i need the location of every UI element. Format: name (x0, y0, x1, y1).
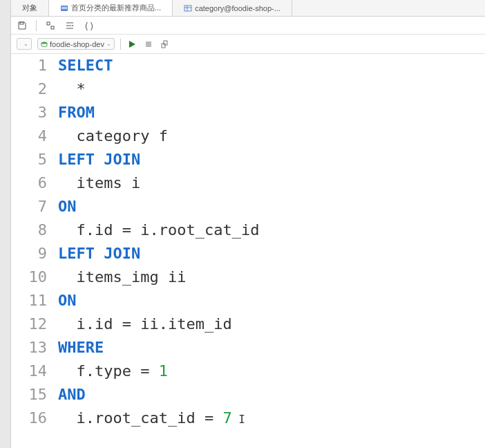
code-line[interactable]: LEFT JOIN (58, 242, 485, 265)
tab-objects[interactable]: 对象 (11, 0, 49, 16)
tab-label: 首页分类的最新推荐商品... (71, 3, 161, 13)
chevron-down-icon: ⌄ (23, 41, 28, 47)
line-number: 5 (11, 148, 47, 171)
connection-selector[interactable]: ⌄ (17, 38, 32, 50)
line-number: 3 (11, 101, 47, 124)
separator (36, 20, 37, 31)
tab-label: 对象 (22, 3, 37, 13)
sql-editor[interactable]: 12345678910111213141516 SELECT *FROM cat… (11, 54, 485, 448)
code-area[interactable]: SELECT *FROM category fLEFT JOIN items i… (57, 54, 485, 448)
line-number: 2 (11, 77, 47, 101)
line-number: 6 (11, 171, 47, 195)
code-line[interactable]: * (58, 77, 485, 101)
line-number: 14 (11, 360, 47, 383)
database-name: foodie-shop-dev (50, 40, 104, 48)
code-line[interactable]: FROM (58, 101, 485, 124)
save-icon[interactable] (17, 20, 28, 31)
line-number: 4 (11, 124, 47, 148)
line-number: 11 (11, 289, 47, 312)
code-line[interactable]: SELECT (58, 54, 485, 77)
brackets-icon[interactable]: ( ) (84, 20, 95, 31)
line-number: 1 (11, 54, 47, 77)
line-number: 13 (11, 336, 47, 360)
svg-rect-2 (61, 8, 67, 9)
text-cursor: I (232, 413, 245, 426)
code-line[interactable]: ON (58, 289, 485, 312)
window-left-gutter (0, 0, 11, 448)
code-line[interactable]: items i (58, 171, 485, 195)
toolbar-secondary: ⌄ foodie-shop-dev ⌄ (11, 35, 485, 54)
svg-rect-7 (47, 22, 50, 25)
code-line[interactable]: i.id = ii.item_id (58, 312, 485, 336)
main-panel: 对象 首页分类的最新推荐商品... category@foodie-shop-.… (11, 0, 485, 448)
line-number: 8 (11, 218, 47, 242)
tab-label: category@foodie-shop-... (195, 4, 280, 12)
svg-rect-6 (20, 22, 23, 24)
code-line[interactable]: ON (58, 195, 485, 218)
svg-point-9 (41, 41, 47, 44)
svg-rect-8 (51, 26, 54, 29)
svg-rect-10 (146, 41, 151, 47)
code-line[interactable]: category f (58, 124, 485, 148)
beautify-icon[interactable] (45, 20, 56, 31)
line-number: 12 (11, 312, 47, 336)
tab-bar: 对象 首页分类的最新推荐商品... category@foodie-shop-.… (11, 0, 485, 17)
tab-table[interactable]: category@foodie-shop-... (173, 0, 292, 16)
line-number: 7 (11, 195, 47, 218)
code-line[interactable]: i.root_cat_id = 7 I (58, 407, 485, 431)
code-line[interactable]: LEFT JOIN (58, 148, 485, 171)
tab-query[interactable]: 首页分类的最新推荐商品... (49, 0, 173, 16)
separator (120, 39, 121, 50)
code-line[interactable]: f.type = 1 (58, 360, 485, 383)
table-icon (184, 4, 192, 12)
line-number: 16 (11, 407, 47, 430)
run-button[interactable] (126, 39, 137, 50)
database-selector[interactable]: foodie-shop-dev ⌄ (37, 38, 115, 50)
line-number: 9 (11, 242, 47, 265)
chevron-down-icon: ⌄ (106, 41, 111, 47)
export-icon[interactable] (160, 39, 171, 50)
code-line[interactable]: AND (58, 383, 485, 407)
stop-button[interactable] (143, 39, 154, 50)
line-number: 15 (11, 383, 47, 407)
query-icon (60, 4, 68, 12)
code-line[interactable]: items_img ii (58, 265, 485, 289)
svg-rect-3 (184, 6, 191, 11)
code-line[interactable]: WHERE (58, 336, 485, 360)
explain-icon[interactable] (64, 20, 75, 31)
code-line[interactable]: f.id = i.root_cat_id (58, 218, 485, 242)
toolbar-primary: ( ) (11, 17, 485, 35)
line-number-gutter: 12345678910111213141516 (11, 54, 57, 448)
line-number: 10 (11, 265, 47, 289)
svg-rect-1 (61, 7, 67, 8)
